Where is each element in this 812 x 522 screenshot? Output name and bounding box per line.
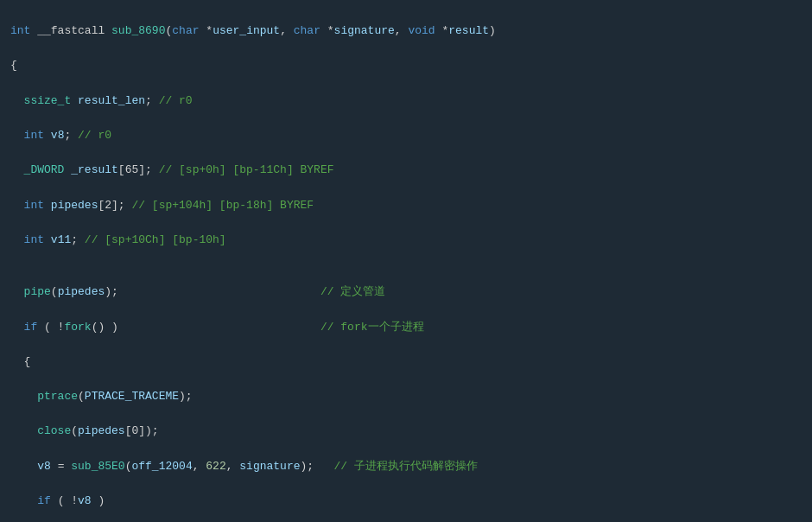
code-line-6: int pipedes[2]; // [sp+104h] [bp-18h] BY… bbox=[10, 197, 802, 214]
code-line-12: ptrace(PTRACE_TRACEME); bbox=[10, 388, 802, 405]
code-line-15: if ( !v8 ) bbox=[10, 493, 802, 510]
code-line-1: int __fastcall sub_8690(char *user_input… bbox=[10, 22, 802, 40]
code-view: int __fastcall sub_8690(char *user_input… bbox=[0, 0, 812, 522]
code-line-14: v8 = sub_85E0(off_12004, 622, signature)… bbox=[10, 458, 802, 475]
code-line-2: { bbox=[10, 57, 802, 74]
code-line-4: int v8; // r0 bbox=[10, 127, 802, 144]
keyword-int: int bbox=[10, 24, 30, 37]
code-line-5: _DWORD _result[65]; // [sp+0h] [bp-11Ch]… bbox=[10, 162, 802, 179]
code-line-11: { bbox=[10, 353, 802, 371]
code-line-10: if ( !fork() ) // fork一个子进程 bbox=[10, 319, 802, 336]
code-line-7: int v11; // [sp+10Ch] [bp-10h] bbox=[10, 232, 802, 249]
code-line-3: ssize_t result_len; // r0 bbox=[10, 92, 802, 110]
code-line-13: close(pipedes[0]); bbox=[10, 423, 802, 440]
code-line-9: pipe(pipedes); // 定义管道 bbox=[10, 283, 802, 301]
